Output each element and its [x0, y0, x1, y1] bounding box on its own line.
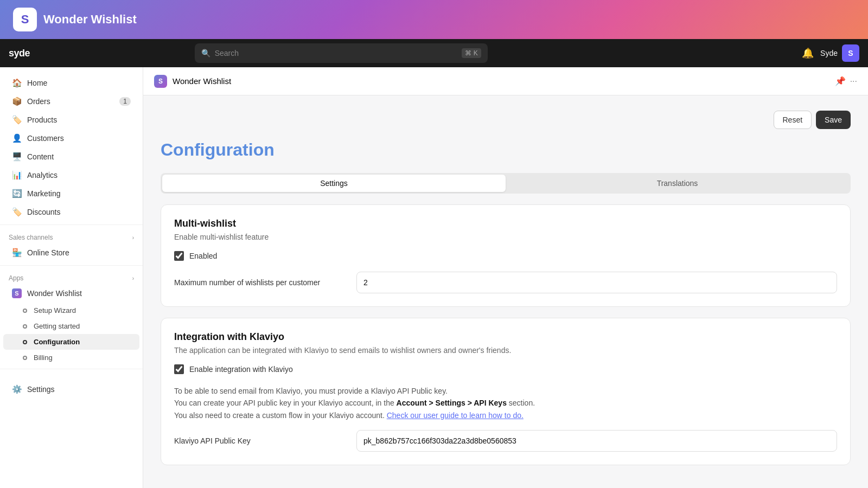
customers-icon: 👤: [12, 133, 22, 143]
online-store-icon: 🏪: [12, 248, 22, 258]
sales-channels-label: Sales channels: [9, 234, 53, 241]
analytics-icon: 📊: [12, 170, 22, 180]
save-button[interactable]: Save: [816, 111, 851, 129]
klaviyo-checkbox-row: Enable integration with Klaviyo: [174, 364, 837, 374]
sidebar-divider-1: [0, 224, 143, 225]
sidebar-item-analytics[interactable]: 📊 Analytics: [3, 166, 139, 184]
sidebar-item-home-label: Home: [27, 79, 47, 87]
sidebar-item-wonder-wishlist[interactable]: S Wonder Wishlist: [3, 284, 139, 303]
search-bar[interactable]: 🔍 Search ⌘ K: [195, 43, 488, 63]
content-icon: 🖥️: [12, 152, 22, 162]
sidebar-item-products[interactable]: 🏷️ Products: [3, 111, 139, 129]
orders-badge: 1: [119, 97, 131, 106]
configuration-label: Configuration: [34, 338, 80, 346]
main-layout: 🏠 Home 📦 Orders 1 🏷️ Products 👤 Customer…: [0, 67, 868, 488]
sidebar-item-customers[interactable]: 👤 Customers: [3, 129, 139, 147]
settings-icon: ⚙️: [12, 384, 22, 394]
sidebar-item-discounts[interactable]: 🏷️ Discounts: [3, 203, 139, 221]
top-action-bar: Reset Save: [161, 111, 851, 129]
enabled-checkbox[interactable]: [174, 251, 184, 261]
getting-started-label: Getting started: [34, 322, 80, 330]
content-header-app-icon: S: [154, 75, 167, 88]
max-wishlists-label: Maximum number of wishlists per customer: [174, 278, 348, 287]
billing-label: Billing: [34, 354, 53, 362]
klaviyo-api-key-label: Klaviyo API Public Key: [174, 436, 348, 445]
klaviyo-description: The application can be integrated with K…: [174, 346, 837, 355]
sales-channels-section[interactable]: Sales channels ›: [0, 228, 143, 243]
pin-icon[interactable]: 📌: [835, 76, 846, 86]
products-icon: 🏷️: [12, 115, 22, 125]
dot-icon-4: [23, 356, 27, 360]
orders-icon: 📦: [12, 97, 22, 106]
content-area: S Wonder Wishlist 📌 ··· Reset Save Confi…: [143, 67, 868, 488]
setup-wizard-label: Setup Wizard: [34, 306, 76, 314]
sidebar-item-online-store[interactable]: 🏪 Online Store: [3, 243, 139, 262]
sidebar-divider-2: [0, 265, 143, 266]
user-avatar: S: [842, 44, 859, 62]
enabled-checkbox-row: Enabled: [174, 251, 837, 261]
app-title-bar: S Wonder Wishlist: [0, 0, 868, 39]
search-icon: 🔍: [201, 49, 210, 57]
enabled-checkbox-label: Enabled: [189, 252, 217, 260]
sidebar-item-customers-label: Customers: [27, 134, 64, 143]
search-placeholder: Search: [215, 49, 239, 57]
klaviyo-api-key-input[interactable]: [356, 430, 837, 452]
max-wishlists-row: Maximum number of wishlists per customer: [174, 272, 837, 293]
chevron-right-icon: ›: [132, 235, 134, 241]
klaviyo-checkbox-label: Enable integration with Klaviyo: [189, 365, 293, 374]
search-shortcut: ⌘ K: [462, 48, 481, 58]
sidebar-sub-item-getting-started[interactable]: Getting started: [3, 318, 139, 334]
user-badge: Syde S: [820, 44, 859, 62]
sidebar-item-products-label: Products: [27, 115, 57, 124]
reset-button[interactable]: Reset: [774, 111, 812, 129]
sidebar-item-analytics-label: Analytics: [27, 171, 58, 179]
config-tabs: Settings Translations: [161, 173, 851, 194]
app-title-text: Wonder Wishlist: [43, 12, 137, 27]
klaviyo-enable-checkbox[interactable]: [174, 364, 184, 374]
page-title: Configuration: [161, 140, 851, 160]
multi-wishlist-description: Enable multi-wishlist feature: [174, 233, 837, 241]
multi-wishlist-title: Multi-wishlist: [174, 218, 837, 229]
nav-right: 🔔 Syde S: [802, 44, 859, 62]
sidebar-item-marketing-label: Marketing: [27, 189, 60, 198]
sidebar-item-discounts-label: Discounts: [27, 208, 60, 216]
sidebar-item-settings[interactable]: ⚙️ Settings: [3, 380, 139, 399]
sidebar-item-online-store-label: Online Store: [27, 248, 69, 257]
discounts-icon: 🏷️: [12, 207, 22, 217]
admin-nav: syde 🔍 Search ⌘ K 🔔 Syde S: [0, 39, 868, 67]
user-guide-link[interactable]: Check our user guide to learn how to do.: [387, 411, 524, 420]
sidebar-sub-item-configuration[interactable]: Configuration: [3, 334, 139, 350]
sidebar-item-wonder-wishlist-label: Wonder Wishlist: [27, 289, 82, 298]
klaviyo-card: Integration with Klaviyo The application…: [161, 318, 851, 465]
syde-logo: syde: [9, 48, 30, 59]
page-content: Reset Save Configuration Settings Transl…: [143, 95, 868, 488]
sidebar-item-orders[interactable]: 📦 Orders 1: [3, 92, 139, 111]
max-wishlists-input[interactable]: [356, 272, 837, 293]
marketing-icon: 🔄: [12, 189, 22, 198]
sidebar-item-content[interactable]: 🖥️ Content: [3, 147, 139, 166]
notification-bell-icon[interactable]: 🔔: [802, 47, 814, 59]
content-header-title: Wonder Wishlist: [173, 76, 231, 86]
home-icon: 🏠: [12, 78, 22, 88]
sidebar-sub-item-billing[interactable]: Billing: [3, 350, 139, 365]
sidebar-item-content-label: Content: [27, 152, 54, 161]
content-header: S Wonder Wishlist 📌 ···: [143, 67, 868, 95]
apps-section[interactable]: Apps ›: [0, 269, 143, 284]
sidebar-sub-item-setup-wizard[interactable]: Setup Wizard: [3, 303, 139, 318]
tab-settings[interactable]: Settings: [162, 175, 506, 192]
tab-translations[interactable]: Translations: [506, 175, 849, 192]
sidebar: 🏠 Home 📦 Orders 1 🏷️ Products 👤 Customer…: [0, 67, 143, 488]
sidebar-item-home[interactable]: 🏠 Home: [3, 74, 139, 92]
more-options-icon[interactable]: ···: [850, 76, 857, 86]
sidebar-item-marketing[interactable]: 🔄 Marketing: [3, 184, 139, 203]
multi-wishlist-card: Multi-wishlist Enable multi-wishlist fea…: [161, 204, 851, 307]
wonder-wishlist-app-icon: S: [12, 288, 22, 298]
klaviyo-title: Integration with Klaviyo: [174, 331, 837, 343]
sidebar-divider-3: [0, 369, 143, 369]
apps-label: Apps: [9, 274, 23, 282]
sidebar-item-orders-label: Orders: [27, 97, 50, 106]
header-actions: 📌 ···: [835, 76, 857, 86]
sidebar-item-settings-label: Settings: [27, 385, 55, 394]
dot-icon-3: [23, 340, 27, 344]
klaviyo-api-key-row: Klaviyo API Public Key: [174, 430, 837, 452]
